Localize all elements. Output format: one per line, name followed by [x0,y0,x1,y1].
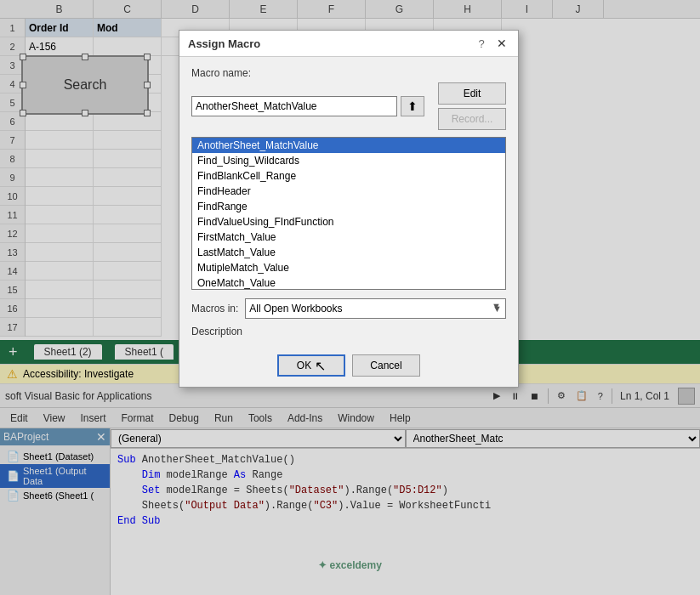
macro-list-container: AnotherSheet_MatchValue Find_Using_Wildc… [191,137,506,290]
macros-in-value: All Open Workbooks [249,303,492,314]
dialog-body: Macro name: ⬆ Edit Record... AnotherShee… [179,57,518,348]
record-button[interactable]: Record... [438,108,506,130]
macro-list[interactable]: AnotherSheet_MatchValue Find_Using_Wildc… [191,137,506,290]
side-buttons: Edit Record... [438,82,506,130]
macro-name-label: Macro name: [191,67,506,79]
macros-in-label: Macros in: [191,303,238,314]
macro-list-item[interactable]: FindHeader [192,184,505,199]
macro-name-input[interactable] [191,96,397,116]
macros-in-select-box[interactable]: All Open Workbooks ▼ [245,298,506,319]
edit-button[interactable]: Edit [438,82,506,105]
cancel-button[interactable]: Cancel [352,354,420,377]
dialog-controls: ? ✕ [474,36,509,51]
assign-macro-dialog: Assign Macro ? ✕ Macro name: ⬆ Edit Reco… [179,30,519,388]
description-label: Description [191,326,506,337]
macro-list-item[interactable]: AnotherSheet_MatchValue [192,138,505,153]
macros-in-row: Macros in: All Open Workbooks ▼ [191,298,506,319]
macro-list-item[interactable]: FirstMatch_Value [192,230,505,245]
macro-list-item[interactable]: FindValueUsing_FIndFunction [192,214,505,230]
macros-in-wrapper: All Open Workbooks ▼ [245,298,506,319]
macro-name-upload-button[interactable]: ⬆ [401,96,424,116]
dialog-close-button[interactable]: ✕ [494,36,509,51]
macro-list-item[interactable]: MutipleMatch_Value [192,260,505,275]
macro-list-section: AnotherSheet_MatchValue Find_Using_Wildc… [191,137,506,290]
dialog-titlebar: Assign Macro ? ✕ [179,31,518,57]
cursor-icon: ↖ [315,358,326,374]
macro-list-item[interactable]: FindBlankCell_Range [192,168,505,184]
dialog-footer: OK ↖ Cancel [179,348,518,387]
dialog-title: Assign Macro [188,37,260,50]
macro-list-item[interactable]: OneMatch_Value [192,275,505,290]
ok-button[interactable]: OK ↖ [277,354,345,377]
macro-list-item[interactable]: Find_Using_Wildcards [192,153,505,168]
macros-in-dropdown-arrow-icon: ▼ [492,303,502,314]
macro-name-row: ⬆ Edit Record... [191,82,506,130]
macro-list-item[interactable]: FindRange [192,199,505,214]
dialog-help-button[interactable]: ? [474,36,489,51]
macro-list-item[interactable]: LastMatch_Value [192,245,505,260]
